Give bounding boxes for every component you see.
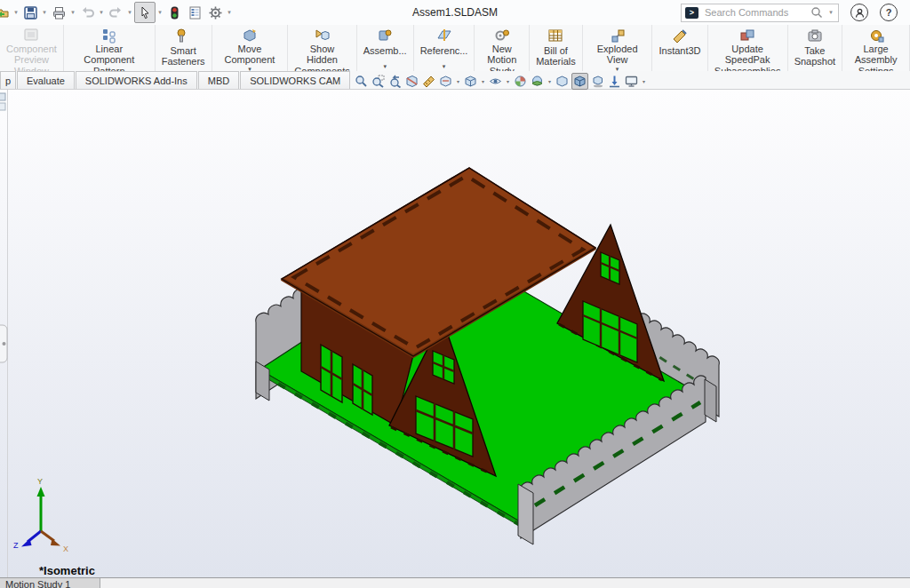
ribbon-item-component-preview-window: Component Preview Window [0,25,64,71]
ribbon-item-exploded-view[interactable]: Exploded View [583,25,653,71]
tab-mbd[interactable]: MBD [198,71,239,89]
tab-solidworks-cam[interactable]: SOLIDWORKS CAM [240,71,350,89]
hide-show-items-icon[interactable] [488,74,503,89]
shaded-with-edges-icon[interactable] [571,73,588,90]
reference-geometry-icon [435,28,453,45]
screen-settings-icon[interactable] [624,74,639,89]
motion-study-bar: Motion Study 1 [0,577,910,588]
triad-z-label: Z [13,541,19,550]
open-icon[interactable] [0,3,12,22]
assembly-features-icon [376,28,394,45]
graphics-area[interactable]: Y Z X *Isometric [0,89,910,578]
file-properties-icon[interactable] [185,3,204,22]
ribbon-item-bill-of-materials[interactable]: Bill of Materials [530,25,583,71]
triad-x-label: X [63,544,68,553]
new-motion-study-icon [493,28,511,44]
ribbon-item-move-component[interactable]: Move Component [212,25,289,71]
ribbon-item-smart-fasteners[interactable]: Smart Fasteners [156,25,212,71]
normal-to-icon[interactable] [607,74,622,89]
search-commands-box[interactable] [681,4,839,22]
redo-icon [106,3,125,22]
search-icon[interactable] [810,6,823,19]
ribbon-item-linear-component-pattern[interactable]: Linear Component Pattern [64,25,156,71]
ribbon-item-instant3d[interactable]: Instant3D [652,25,707,71]
tab-evaluate[interactable]: Evaluate [17,71,75,89]
motion-study-tab[interactable]: Motion Study 1 [0,578,100,588]
view-orientation-icon[interactable] [463,74,478,89]
print-dropdown-caret[interactable] [69,9,76,16]
undo-dropdown-caret [98,9,105,16]
instant3d-icon [671,28,689,45]
edit-appearance-icon[interactable] [513,74,528,89]
ribbon-item-new-motion-study[interactable]: New Motion Study [475,25,530,71]
command-manager-ribbon: Component Preview Window Linear Componen… [0,25,910,72]
fence-right-corner-cap[interactable] [705,379,716,422]
previous-view-icon[interactable] [387,74,403,89]
smart-fasteners-icon [174,28,192,45]
fence-front-end-cap[interactable] [518,484,533,544]
select-tool-icon[interactable] [134,2,156,23]
select-dropdown-caret[interactable] [156,9,164,16]
ribbon-item-assembly-features[interactable]: Assemb... [357,25,414,71]
search-input[interactable] [703,6,806,19]
shadows-in-shaded-mode-icon[interactable] [590,74,605,89]
take-snapshot-icon [806,28,824,45]
screen-dropdown-caret[interactable] [641,78,647,84]
measure-icon[interactable] [421,74,436,89]
show-hidden-components-icon [314,28,331,44]
ribbon-item-show-hidden-components[interactable]: Show Hidden Components [288,25,356,71]
redo-dropdown-caret [126,9,133,16]
user-account-icon[interactable] [850,4,868,21]
section-view-icon[interactable] [404,74,419,89]
save-dropdown-caret[interactable] [41,9,48,16]
hide-show-dropdown-caret[interactable] [505,78,511,84]
tab-partial[interactable]: p [0,71,16,89]
zoom-to-area-icon[interactable] [371,74,386,89]
title-bar: Assem1.SLDASM [0,0,910,26]
ribbon-item-update-speedpak-subassemblies[interactable]: Update SpeedPak Subassemblies [708,25,788,71]
rebuild-icon[interactable] [164,3,184,22]
dropdown-caret[interactable] [383,63,387,70]
component-preview-icon [22,28,40,44]
view-orientation-label: *Isometric [39,564,95,577]
help-icon[interactable] [880,4,898,21]
options-dropdown-caret[interactable] [226,9,233,16]
search-scope-caret[interactable] [827,9,834,16]
dynamic-annotation-views-icon[interactable] [438,74,453,89]
view-settings-icon[interactable] [555,74,570,89]
apply-scene-dropdown-caret[interactable] [547,78,553,84]
large-assembly-settings-icon [867,28,885,44]
apply-scene-icon[interactable] [530,74,545,89]
move-component-icon [241,28,259,44]
panel-splitter-handle[interactable] [0,325,7,362]
ribbon-item-take-snapshot[interactable]: Take Snapshot [788,25,842,71]
annotation-dropdown-caret[interactable] [455,78,461,84]
view-orientation-dropdown-caret[interactable] [480,78,486,84]
update-speedpak-icon [738,28,756,44]
solidworks-search-icon [685,7,698,19]
triad-y-label: Y [37,477,43,486]
tab-solidworks-add-ins[interactable]: SOLIDWORKS Add-Ins [76,71,197,89]
bill-of-materials-icon [547,28,564,45]
undo-icon [77,3,97,22]
save-icon[interactable] [20,3,40,22]
open-dropdown-caret[interactable] [12,9,20,16]
zoom-to-fit-icon[interactable] [354,74,369,89]
options-gear-icon[interactable] [205,3,225,22]
quick-access-toolbar [0,2,233,23]
linear-component-pattern-icon [100,28,118,44]
exploded-view-icon [609,28,627,44]
dropdown-caret[interactable] [443,63,446,70]
heads-up-view-toolbar [354,74,647,89]
print-icon[interactable] [49,3,68,22]
ribbon-item-large-assembly-settings[interactable]: Large Assembly Settings [842,25,910,71]
ribbon-item-reference-geometry[interactable]: Referenc... [414,25,475,71]
